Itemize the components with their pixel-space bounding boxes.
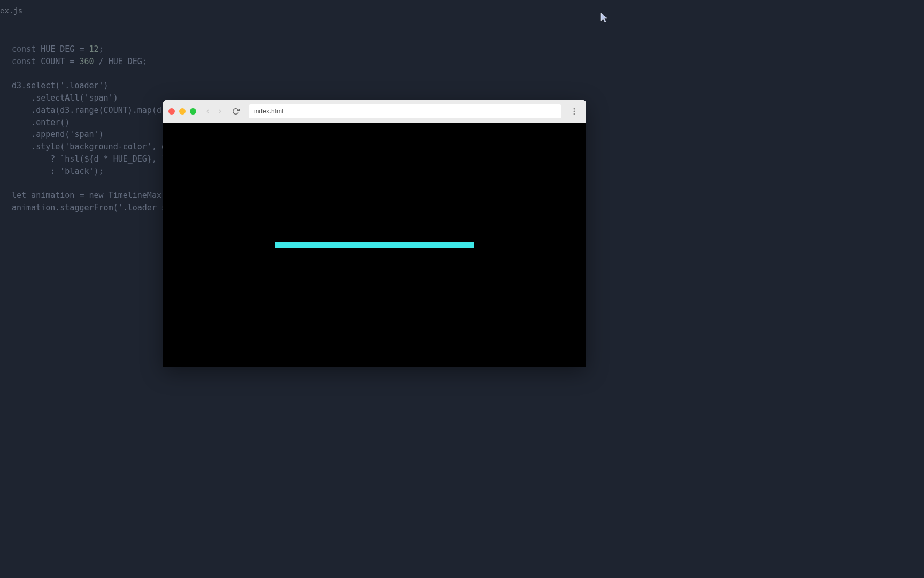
address-bar[interactable]: index.html bbox=[249, 104, 561, 118]
maximize-button[interactable] bbox=[190, 108, 196, 115]
svg-point-1 bbox=[574, 111, 575, 112]
browser-toolbar: index.html bbox=[163, 100, 586, 123]
svg-point-2 bbox=[574, 113, 575, 115]
minimize-button[interactable] bbox=[179, 108, 186, 115]
close-button[interactable] bbox=[168, 108, 175, 115]
mouse-cursor-icon bbox=[600, 13, 608, 24]
back-button[interactable] bbox=[203, 106, 213, 117]
svg-point-0 bbox=[574, 108, 575, 110]
forward-button[interactable] bbox=[214, 106, 225, 117]
url-text: index.html bbox=[254, 108, 283, 115]
arrow-left-icon bbox=[204, 108, 212, 115]
loader-bar bbox=[275, 242, 474, 248]
browser-menu-button[interactable] bbox=[568, 105, 581, 118]
nav-buttons bbox=[203, 106, 225, 117]
window-controls bbox=[168, 108, 196, 115]
reload-icon bbox=[232, 108, 240, 115]
browser-viewport bbox=[163, 123, 586, 367]
reload-button[interactable] bbox=[230, 106, 241, 117]
browser-window: index.html bbox=[163, 100, 586, 367]
kebab-menu-icon bbox=[573, 108, 575, 115]
editor-filename: ex.js bbox=[0, 6, 22, 15]
arrow-right-icon bbox=[216, 108, 224, 115]
